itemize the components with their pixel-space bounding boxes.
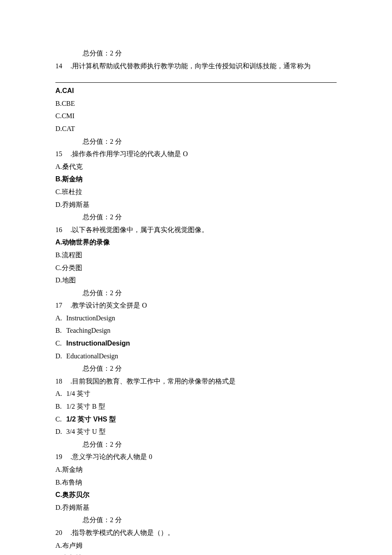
opt-letter: A. xyxy=(55,312,66,325)
question-15: 15 .操作条件作用学习理论的代表人物是 O xyxy=(55,148,337,160)
q14-option-d: D.CAT xyxy=(55,122,337,135)
q18-option-c: C.1/2 英寸 VHS 型 xyxy=(55,413,337,426)
opt-text: EducationalDesign xyxy=(66,352,118,360)
q19-text: .意义学习论的代表人物是 0 xyxy=(70,450,152,463)
q18-option-d: D.3/4 英寸 U 型 xyxy=(55,425,337,438)
score-line: 总分值：2 分 xyxy=(55,211,337,224)
q20-option-b: B.布鲁纳 xyxy=(55,552,337,555)
q19-option-d: D.乔姆斯基 xyxy=(55,501,337,514)
q16-option-b: B.流程图 xyxy=(55,249,337,262)
q19-option-a: A.斯金纳 xyxy=(55,463,337,476)
q15-option-b: B.斯金纳 xyxy=(55,173,337,186)
opt-text: 1/4 英寸 xyxy=(66,390,90,397)
question-19: 19 .意义学习论的代表人物是 0 xyxy=(55,450,337,463)
q14-option-a: A.CAI xyxy=(55,84,337,97)
q19-option-b: B.布鲁纳 xyxy=(55,476,337,489)
q16-option-d: D.地图 xyxy=(55,274,337,287)
opt-letter: B. xyxy=(55,400,66,413)
q15-option-d: D.乔姆斯基 xyxy=(55,198,337,211)
opt-text: 1/2 英寸 B 型 xyxy=(66,403,105,410)
q15-option-a: A.桑代克 xyxy=(55,160,337,173)
question-17: 17 .教学设计的英文全拼是 O xyxy=(55,299,337,312)
opt-letter: B. xyxy=(55,324,66,337)
q17-text: .教学设计的英文全拼是 O xyxy=(70,299,147,312)
score-line: 总分值：2 分 xyxy=(55,47,337,60)
q15-option-c: C.班杜拉 xyxy=(55,186,337,198)
opt-text: 3/4 英寸 U 型 xyxy=(66,428,106,435)
q16-option-c: C.分类图 xyxy=(55,262,337,274)
opt-text: InstructionDesign xyxy=(66,314,115,322)
q16-option-a: A.动物世界的录像 xyxy=(55,236,337,249)
q18-number: 18 xyxy=(55,375,70,388)
q14-text: .用计算机帮助或代替教师执行教学功能，向学生传授知识和训练技能，通常称为 xyxy=(70,60,311,73)
opt-text: 1/2 英寸 VHS 型 xyxy=(66,416,116,423)
question-14: 14 .用计算机帮助或代替教师执行教学功能，向学生传授知识和训练技能，通常称为 xyxy=(55,60,337,73)
opt-letter: D. xyxy=(55,350,66,363)
question-20: 20 .指导教学模式的代表人物是（）。 xyxy=(55,526,337,539)
score-line: 总分值：2 分 xyxy=(55,438,337,451)
q18-text: .目前我国的教育、教学工作中，常用的录像带的格式是 xyxy=(70,375,236,388)
blank-underline xyxy=(55,82,337,83)
q14-option-b: B.CBE xyxy=(55,97,337,110)
q17-option-c: C.InstructionalDesign xyxy=(55,337,337,350)
q17-number: 17 xyxy=(55,299,70,312)
q17-option-a: A.InstructionDesign xyxy=(55,312,337,325)
score-line: 总分值：2 分 xyxy=(55,514,337,526)
q20-number: 20 xyxy=(55,526,70,539)
opt-text: InstructionalDesign xyxy=(66,340,130,347)
score-line: 总分值：2 分 xyxy=(55,362,337,375)
question-18: 18 .目前我国的教育、教学工作中，常用的录像带的格式是 xyxy=(55,375,337,388)
q16-number: 16 xyxy=(55,224,70,236)
q20-option-a: A.布卢姆 xyxy=(55,539,337,552)
q16-text: .以下各种视觉图像中，属于真实化视觉图像。 xyxy=(70,224,208,236)
opt-letter: C. xyxy=(55,337,66,350)
q19-option-c: C.奥苏贝尔 xyxy=(55,488,337,501)
q15-text: .操作条件作用学习理论的代表人物是 O xyxy=(70,148,188,160)
q17-option-b: B.TeachingDesign xyxy=(55,324,337,337)
opt-letter: C. xyxy=(55,413,66,426)
q18-option-b: B.1/2 英寸 B 型 xyxy=(55,400,337,413)
q14-number: 14 xyxy=(55,60,70,73)
q14-option-c: C.CMI xyxy=(55,110,337,122)
q17-option-d: D.EducationalDesign xyxy=(55,350,337,363)
score-line: 总分值：2 分 xyxy=(55,287,337,299)
q20-text: .指导教学模式的代表人物是（）。 xyxy=(70,526,174,539)
opt-letter: A. xyxy=(55,387,66,400)
question-16: 16 .以下各种视觉图像中，属于真实化视觉图像。 xyxy=(55,224,337,236)
score-line: 总分值：2 分 xyxy=(55,135,337,148)
q15-number: 15 xyxy=(55,148,70,160)
q19-number: 19 xyxy=(55,450,70,463)
opt-letter: D. xyxy=(55,425,66,438)
opt-text: TeachingDesign xyxy=(66,327,111,334)
q18-option-a: A.1/4 英寸 xyxy=(55,387,337,400)
